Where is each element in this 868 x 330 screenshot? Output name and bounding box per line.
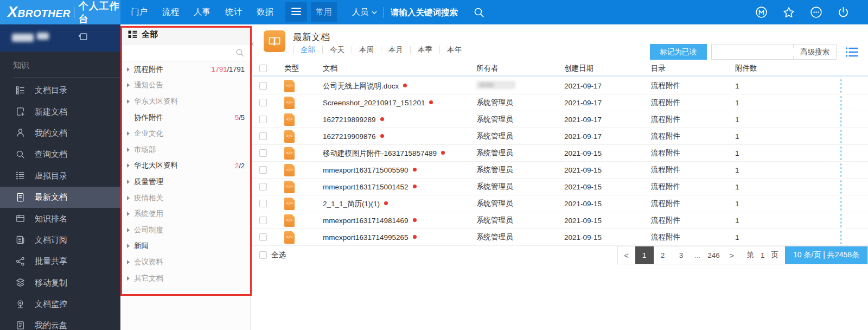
page-number-button[interactable]: ... — [691, 246, 705, 264]
list-view-icon[interactable] — [845, 47, 858, 58]
document-link[interactable]: 公司无线上网说明.docx — [323, 82, 399, 90]
time-filter-tab[interactable]: 今天 — [322, 46, 352, 54]
expand-arrow-icon[interactable] — [127, 131, 130, 136]
collapse-panel-chevron-icon[interactable]: ‹ — [251, 39, 254, 48]
row-checkbox[interactable] — [259, 99, 267, 106]
expand-arrow-icon[interactable] — [127, 83, 130, 87]
prev-page-button[interactable]: < — [618, 246, 635, 264]
sidebar-item[interactable]: 知识排名 — [0, 208, 120, 229]
sidebar-item[interactable]: 最新文档 — [0, 187, 120, 208]
expand-arrow-icon[interactable] — [127, 260, 130, 264]
star-icon[interactable] — [782, 6, 795, 19]
expand-arrow-icon[interactable] — [127, 99, 130, 104]
row-checkbox[interactable] — [259, 132, 267, 140]
header-checkbox[interactable] — [259, 65, 267, 72]
tree-item[interactable]: 流程附件 1791/1791 — [120, 61, 250, 78]
page-number-button[interactable]: 1 — [635, 246, 654, 264]
row-checkbox[interactable] — [259, 233, 267, 241]
m-circle-icon[interactable] — [755, 6, 768, 18]
expand-arrow-icon[interactable] — [127, 67, 130, 72]
sidebar-item[interactable]: 新建文档 — [0, 101, 120, 122]
page-size-selector[interactable]: 10 条/页 | 共2458条 — [785, 246, 867, 264]
sidebar-item[interactable]: 虚拟目录 — [0, 166, 120, 187]
row-checkbox[interactable] — [259, 166, 267, 174]
expand-arrow-icon[interactable] — [127, 148, 130, 152]
row-actions-icon[interactable] — [840, 79, 842, 93]
row-actions-icon[interactable] — [840, 130, 842, 143]
frequently-used-button[interactable]: 常用 — [311, 2, 337, 22]
page-number-button[interactable]: 3 — [672, 246, 691, 264]
tree-search-input[interactable] — [126, 49, 235, 57]
expand-arrow-icon[interactable] — [127, 196, 130, 200]
document-link[interactable]: mmexport1631714981469 — [323, 217, 409, 225]
tree-item[interactable]: 华东大区资料 / — [120, 93, 250, 110]
topbar-nav-item[interactable]: 人事 — [194, 7, 210, 18]
tree-item[interactable]: 系统使用 / — [120, 206, 250, 222]
expand-arrow-icon[interactable] — [127, 276, 130, 281]
power-icon[interactable] — [837, 6, 850, 18]
row-checkbox[interactable] — [259, 200, 267, 207]
sidebar-item[interactable]: 批量共享 — [0, 251, 120, 272]
page-number-button[interactable]: 246 — [705, 246, 723, 264]
sidebar-item[interactable]: 查询文档 — [0, 144, 120, 165]
topbar-nav-item[interactable]: 门户 — [131, 7, 148, 18]
document-link[interactable]: Screenshot_20210917_151201 — [323, 99, 425, 107]
time-filter-tab[interactable]: 全部 — [293, 46, 322, 54]
row-checkbox[interactable] — [259, 183, 267, 191]
advanced-search-button[interactable]: 高级搜索 — [794, 44, 837, 60]
tree-item[interactable]: 质量管理 / — [120, 174, 250, 190]
sidebar-item[interactable]: 移动复制 — [0, 272, 120, 294]
tree-item[interactable]: 企业文化 / — [120, 125, 250, 142]
row-actions-icon[interactable] — [840, 180, 842, 194]
page-number-button[interactable]: 2 — [654, 246, 672, 264]
row-checkbox[interactable] — [259, 149, 267, 157]
page-jump-value[interactable]: 1 — [761, 251, 765, 259]
tree-item[interactable]: 疫情相关 / — [120, 190, 250, 206]
next-page-button[interactable]: > — [723, 246, 741, 264]
row-actions-icon[interactable] — [840, 163, 842, 177]
expand-arrow-icon[interactable] — [127, 163, 130, 168]
document-link[interactable]: 1627219899289 — [323, 116, 376, 124]
tree-item[interactable]: 新闻 / — [120, 238, 250, 255]
time-filter-tab[interactable]: 本月 — [381, 46, 410, 54]
expand-arrow-icon[interactable] — [127, 180, 130, 184]
sidebar-item[interactable]: 文档目录 — [0, 80, 120, 101]
search-category-selector[interactable]: 人员 — [352, 7, 377, 17]
expand-arrow-icon[interactable] — [127, 244, 130, 248]
tree-item[interactable]: 市场部 / — [120, 142, 250, 158]
topbar-nav-item[interactable]: 数据 — [257, 7, 273, 18]
time-filter-tab[interactable]: 本周 — [352, 46, 381, 54]
topbar-nav-item[interactable]: 流程 — [162, 7, 179, 18]
tree-item[interactable]: 华北大区资料 2/2 — [120, 158, 250, 174]
topbar-nav-item[interactable]: 统计 — [225, 7, 242, 18]
sidebar-item[interactable]: 文档订阅 — [0, 230, 120, 251]
document-link[interactable]: 移动建模图片附件-1631715857489 — [323, 149, 437, 157]
tree-item[interactable]: 会议资料 / — [120, 254, 250, 270]
topbar-search-input[interactable] — [391, 8, 472, 17]
row-actions-icon[interactable] — [840, 197, 842, 211]
document-link[interactable]: mmexport1631714995265 — [323, 233, 409, 242]
document-link[interactable]: 2_1_1_简历(1)(1) — [323, 200, 380, 208]
document-link[interactable]: mmexport1631715001452 — [323, 183, 409, 191]
expand-arrow-icon[interactable] — [127, 212, 130, 216]
search-icon[interactable] — [473, 7, 485, 18]
time-filter-tab[interactable]: 本季 — [410, 46, 439, 54]
time-filter-tab[interactable]: 本年 — [439, 46, 469, 54]
row-actions-icon[interactable] — [840, 113, 842, 126]
row-actions-icon[interactable] — [840, 147, 842, 160]
row-checkbox[interactable] — [259, 217, 267, 224]
row-actions-icon[interactable] — [840, 231, 842, 244]
tree-root-all[interactable]: 全部 — [120, 24, 250, 45]
document-link[interactable]: 1627219909876 — [323, 132, 376, 141]
row-actions-icon[interactable] — [840, 214, 842, 227]
sidebar-item[interactable]: 我的云盘 — [0, 315, 120, 330]
sidebar-item[interactable]: 我的文档 — [0, 123, 120, 144]
switch-app-icon[interactable] — [77, 31, 89, 45]
tree-item[interactable]: 通知公告 / — [120, 78, 250, 94]
sidebar-item[interactable]: 文档监控 — [0, 294, 120, 315]
tree-item[interactable]: 公司制度 / — [120, 222, 250, 238]
hamburger-menu-button[interactable] — [285, 2, 307, 22]
document-link[interactable]: mmexport1631715005590 — [323, 166, 409, 174]
select-all-checkbox[interactable] — [259, 251, 267, 259]
expand-arrow-icon[interactable] — [127, 228, 130, 232]
